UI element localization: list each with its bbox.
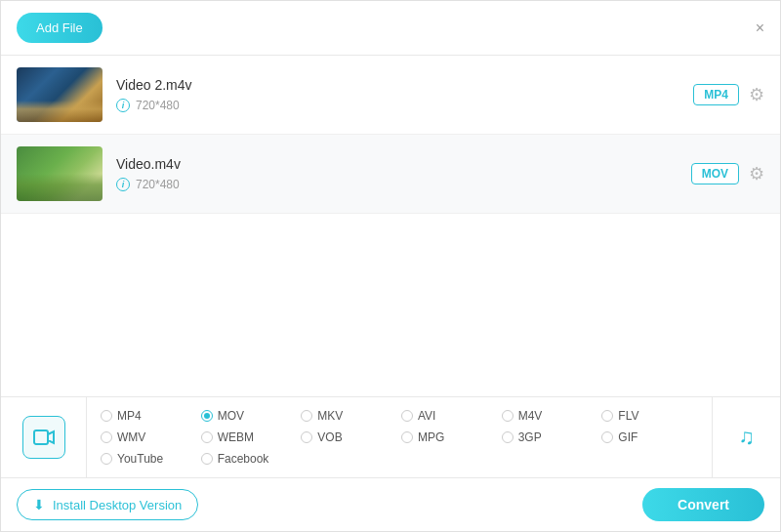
format-option[interactable]: MP4 xyxy=(99,405,199,427)
format-label: MOV xyxy=(218,409,244,423)
file-info: Video.m4v i 720*480 xyxy=(116,156,691,191)
file-name: Video 2.m4v xyxy=(116,77,693,93)
format-option[interactable]: GIF xyxy=(599,427,700,448)
thumbnail xyxy=(17,146,103,201)
file-item: Video.m4v i 720*480 MOV ⚙ xyxy=(1,135,780,214)
format-label: WEBM xyxy=(218,430,254,444)
video-format-section xyxy=(1,397,87,477)
format-options-grid: MP4MOVMKVAVIM4VFLVWMVWEBMVOBMPG3GPGIFYou… xyxy=(87,397,712,477)
radio-circle xyxy=(502,431,514,443)
format-label: MP4 xyxy=(117,409,142,423)
music-icon[interactable]: ♫ xyxy=(738,425,755,450)
radio-circle xyxy=(502,410,514,422)
audio-format-section: ♫ xyxy=(712,397,780,477)
radio-circle xyxy=(601,431,613,443)
footer: ⬇ Install Desktop Version Convert xyxy=(1,477,780,531)
convert-button[interactable]: Convert xyxy=(642,488,764,521)
file-resolution: 720*480 xyxy=(136,99,180,112)
radio-circle xyxy=(201,431,213,443)
info-icon[interactable]: i xyxy=(116,99,130,112)
format-option[interactable]: VOB xyxy=(299,427,399,448)
format-badge[interactable]: MP4 xyxy=(693,84,739,105)
settings-icon[interactable]: ⚙ xyxy=(749,84,764,105)
file-actions: MOV ⚙ xyxy=(691,163,764,184)
format-label: YouTube xyxy=(117,452,163,466)
radio-circle xyxy=(101,453,112,465)
svg-rect-0 xyxy=(34,430,48,444)
video-icon xyxy=(22,416,65,459)
format-option[interactable]: WMV xyxy=(99,427,199,448)
format-option[interactable]: YouTube xyxy=(99,448,199,470)
thumbnail xyxy=(17,67,103,122)
radio-circle xyxy=(201,453,213,465)
format-label: MKV xyxy=(317,409,343,423)
format-label: AVI xyxy=(418,409,435,423)
format-option[interactable]: Facebook xyxy=(199,448,300,470)
radio-circle xyxy=(201,410,213,422)
radio-circle xyxy=(401,431,413,443)
format-label: VOB xyxy=(317,430,342,444)
install-button[interactable]: ⬇ Install Desktop Version xyxy=(17,489,198,520)
format-option[interactable]: AVI xyxy=(399,405,500,427)
format-label: 3GP xyxy=(518,430,542,444)
file-name: Video.m4v xyxy=(116,156,691,172)
format-option[interactable]: MOV xyxy=(199,405,300,427)
format-option[interactable]: 3GP xyxy=(500,427,600,448)
file-resolution: 720*480 xyxy=(136,178,180,191)
file-actions: MP4 ⚙ xyxy=(693,84,764,105)
radio-circle xyxy=(101,410,112,422)
radio-circle xyxy=(301,410,312,422)
file-meta: i 720*480 xyxy=(116,178,691,191)
add-file-button[interactable]: Add File xyxy=(17,13,103,43)
header: Add File × xyxy=(1,1,780,56)
format-option[interactable]: M4V xyxy=(500,405,600,427)
format-option[interactable]: WEBM xyxy=(199,427,300,448)
format-option[interactable]: MPG xyxy=(399,427,500,448)
file-info: Video 2.m4v i 720*480 xyxy=(116,77,693,112)
file-list: Video 2.m4v i 720*480 MP4 ⚙ Video.m4v i … xyxy=(1,56,780,396)
radio-circle xyxy=(601,410,613,422)
format-option[interactable]: FLV xyxy=(599,405,700,427)
install-label: Install Desktop Version xyxy=(53,498,182,512)
app-window: Add File × Video 2.m4v i 720*480 MP4 ⚙ V… xyxy=(0,0,781,532)
format-bar: MP4MOVMKVAVIM4VFLVWMVWEBMVOBMPG3GPGIFYou… xyxy=(1,396,780,477)
format-option[interactable]: MKV xyxy=(299,405,399,427)
settings-icon[interactable]: ⚙ xyxy=(749,163,764,184)
format-label: M4V xyxy=(518,409,543,423)
radio-circle xyxy=(301,431,312,443)
file-meta: i 720*480 xyxy=(116,99,693,112)
format-label: WMV xyxy=(117,430,145,444)
file-item: Video 2.m4v i 720*480 MP4 ⚙ xyxy=(1,56,780,135)
format-label: FLV xyxy=(618,409,638,423)
format-label: Facebook xyxy=(218,452,269,466)
format-badge[interactable]: MOV xyxy=(691,163,739,184)
close-button[interactable]: × xyxy=(756,20,764,36)
info-icon[interactable]: i xyxy=(116,178,130,191)
radio-circle xyxy=(101,431,112,443)
format-label: MPG xyxy=(418,430,444,444)
download-icon: ⬇ xyxy=(33,497,45,512)
radio-circle xyxy=(401,410,413,422)
format-label: GIF xyxy=(618,430,637,444)
